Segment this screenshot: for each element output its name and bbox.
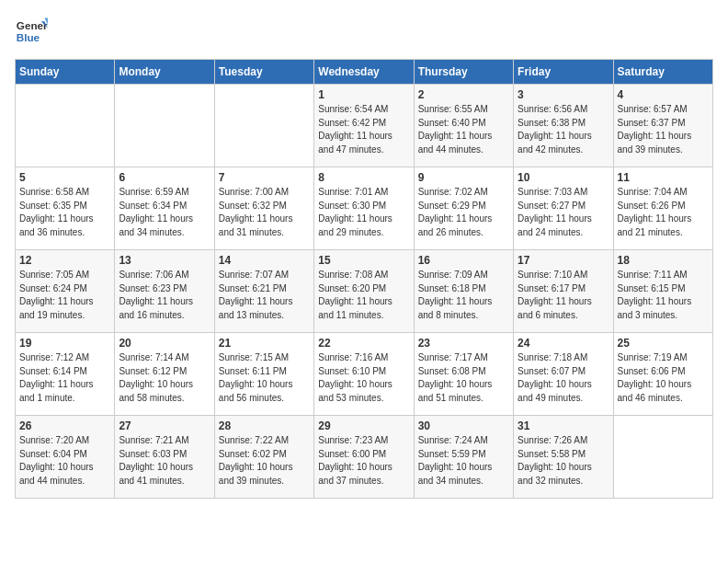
calendar-week-3: 12Sunrise: 7:05 AM Sunset: 6:24 PM Dayli… [16, 250, 713, 333]
calendar-cell: 14Sunrise: 7:07 AM Sunset: 6:21 PM Dayli… [214, 250, 313, 333]
calendar-cell: 5Sunrise: 6:58 AM Sunset: 6:35 PM Daylig… [16, 167, 115, 250]
calendar-cell: 29Sunrise: 7:23 AM Sunset: 6:00 PM Dayli… [314, 416, 414, 499]
calendar-cell: 21Sunrise: 7:15 AM Sunset: 6:11 PM Dayli… [214, 333, 313, 416]
day-info: Sunrise: 7:06 AM Sunset: 6:23 PM Dayligh… [119, 269, 210, 322]
calendar-week-5: 26Sunrise: 7:20 AM Sunset: 6:04 PM Dayli… [16, 416, 713, 499]
day-number: 16 [418, 254, 509, 267]
col-header-tuesday: Tuesday [214, 60, 313, 85]
day-info: Sunrise: 7:02 AM Sunset: 6:29 PM Dayligh… [418, 186, 509, 239]
day-info: Sunrise: 7:26 AM Sunset: 5:58 PM Dayligh… [518, 434, 609, 488]
day-info: Sunrise: 7:10 AM Sunset: 6:17 PM Dayligh… [518, 269, 609, 322]
calendar-cell: 13Sunrise: 7:06 AM Sunset: 6:23 PM Dayli… [115, 250, 214, 333]
calendar-week-1: 1Sunrise: 6:54 AM Sunset: 6:42 PM Daylig… [16, 85, 713, 167]
day-info: Sunrise: 6:58 AM Sunset: 6:35 PM Dayligh… [19, 186, 110, 239]
day-number: 10 [518, 171, 609, 184]
day-number: 31 [518, 419, 609, 432]
day-number: 20 [119, 337, 210, 350]
svg-text:General: General [17, 19, 48, 31]
day-number: 21 [219, 337, 310, 350]
calendar-cell: 24Sunrise: 7:18 AM Sunset: 6:07 PM Dayli… [514, 333, 613, 416]
calendar-cell [613, 416, 712, 499]
calendar-cell: 3Sunrise: 6:56 AM Sunset: 6:38 PM Daylig… [514, 85, 613, 167]
day-info: Sunrise: 7:17 AM Sunset: 6:08 PM Dayligh… [418, 351, 509, 405]
day-info: Sunrise: 7:07 AM Sunset: 6:21 PM Dayligh… [219, 269, 310, 322]
calendar-cell: 2Sunrise: 6:55 AM Sunset: 6:40 PM Daylig… [414, 85, 513, 167]
day-number: 28 [219, 419, 310, 432]
calendar-cell: 23Sunrise: 7:17 AM Sunset: 6:08 PM Dayli… [414, 333, 513, 416]
day-number: 29 [318, 419, 409, 432]
day-number: 30 [418, 419, 509, 432]
calendar-cell: 27Sunrise: 7:21 AM Sunset: 6:03 PM Dayli… [115, 416, 214, 499]
day-info: Sunrise: 7:04 AM Sunset: 6:26 PM Dayligh… [618, 186, 709, 239]
day-info: Sunrise: 7:20 AM Sunset: 6:04 PM Dayligh… [19, 434, 110, 488]
day-number: 24 [518, 337, 609, 350]
calendar-cell: 20Sunrise: 7:14 AM Sunset: 6:12 PM Dayli… [115, 333, 214, 416]
calendar-cell: 25Sunrise: 7:19 AM Sunset: 6:06 PM Dayli… [613, 333, 712, 416]
calendar-week-4: 19Sunrise: 7:12 AM Sunset: 6:14 PM Dayli… [16, 333, 713, 416]
day-info: Sunrise: 7:03 AM Sunset: 6:27 PM Dayligh… [518, 186, 609, 239]
day-info: Sunrise: 7:14 AM Sunset: 6:12 PM Dayligh… [119, 351, 210, 405]
day-info: Sunrise: 7:01 AM Sunset: 6:30 PM Dayligh… [318, 186, 409, 239]
calendar-cell: 19Sunrise: 7:12 AM Sunset: 6:14 PM Dayli… [16, 333, 115, 416]
calendar-cell: 15Sunrise: 7:08 AM Sunset: 6:20 PM Dayli… [314, 250, 414, 333]
day-number: 3 [518, 88, 609, 101]
day-info: Sunrise: 7:05 AM Sunset: 6:24 PM Dayligh… [19, 269, 110, 322]
calendar-cell: 28Sunrise: 7:22 AM Sunset: 6:02 PM Dayli… [214, 416, 313, 499]
day-info: Sunrise: 7:24 AM Sunset: 5:59 PM Dayligh… [418, 434, 509, 488]
svg-text:Blue: Blue [17, 31, 40, 43]
col-header-wednesday: Wednesday [314, 60, 414, 85]
day-number: 11 [618, 171, 709, 184]
calendar-cell: 4Sunrise: 6:57 AM Sunset: 6:37 PM Daylig… [613, 85, 712, 167]
calendar-week-2: 5Sunrise: 6:58 AM Sunset: 6:35 PM Daylig… [16, 167, 713, 250]
day-number: 27 [119, 419, 210, 432]
day-info: Sunrise: 6:54 AM Sunset: 6:42 PM Dayligh… [318, 103, 409, 156]
calendar-cell: 11Sunrise: 7:04 AM Sunset: 6:26 PM Dayli… [613, 167, 712, 250]
calendar-cell: 30Sunrise: 7:24 AM Sunset: 5:59 PM Dayli… [414, 416, 513, 499]
day-info: Sunrise: 6:57 AM Sunset: 6:37 PM Dayligh… [618, 103, 709, 156]
col-header-thursday: Thursday [414, 60, 513, 85]
day-number: 18 [618, 254, 709, 267]
day-info: Sunrise: 7:15 AM Sunset: 6:11 PM Dayligh… [219, 351, 310, 405]
day-number: 25 [618, 337, 709, 350]
day-info: Sunrise: 7:12 AM Sunset: 6:14 PM Dayligh… [19, 351, 110, 405]
page-header: General Blue [15, 15, 713, 48]
day-number: 19 [19, 337, 110, 350]
calendar-cell: 26Sunrise: 7:20 AM Sunset: 6:04 PM Dayli… [16, 416, 115, 499]
calendar-header-row: SundayMondayTuesdayWednesdayThursdayFrid… [16, 60, 713, 85]
logo-icon: General Blue [15, 15, 48, 48]
day-number: 14 [219, 254, 310, 267]
day-number: 22 [318, 337, 409, 350]
day-number: 6 [119, 171, 210, 184]
day-info: Sunrise: 7:18 AM Sunset: 6:07 PM Dayligh… [518, 351, 609, 405]
day-info: Sunrise: 7:11 AM Sunset: 6:15 PM Dayligh… [618, 269, 709, 322]
day-number: 2 [418, 88, 509, 101]
day-info: Sunrise: 7:21 AM Sunset: 6:03 PM Dayligh… [119, 434, 210, 488]
logo: General Blue [15, 15, 48, 48]
day-info: Sunrise: 7:23 AM Sunset: 6:00 PM Dayligh… [318, 434, 409, 488]
day-info: Sunrise: 6:59 AM Sunset: 6:34 PM Dayligh… [119, 186, 210, 239]
calendar-cell [16, 85, 115, 167]
day-number: 15 [318, 254, 409, 267]
day-number: 5 [19, 171, 110, 184]
col-header-friday: Friday [514, 60, 613, 85]
calendar-cell [115, 85, 214, 167]
calendar-cell: 1Sunrise: 6:54 AM Sunset: 6:42 PM Daylig… [314, 85, 414, 167]
calendar-cell: 16Sunrise: 7:09 AM Sunset: 6:18 PM Dayli… [414, 250, 513, 333]
day-number: 26 [19, 419, 110, 432]
calendar-cell: 18Sunrise: 7:11 AM Sunset: 6:15 PM Dayli… [613, 250, 712, 333]
calendar-cell: 17Sunrise: 7:10 AM Sunset: 6:17 PM Dayli… [514, 250, 613, 333]
calendar-cell: 31Sunrise: 7:26 AM Sunset: 5:58 PM Dayli… [514, 416, 613, 499]
day-info: Sunrise: 7:16 AM Sunset: 6:10 PM Dayligh… [318, 351, 409, 405]
day-number: 4 [618, 88, 709, 101]
calendar-table: SundayMondayTuesdayWednesdayThursdayFrid… [15, 59, 713, 499]
day-info: Sunrise: 7:00 AM Sunset: 6:32 PM Dayligh… [219, 186, 310, 239]
calendar-cell: 10Sunrise: 7:03 AM Sunset: 6:27 PM Dayli… [514, 167, 613, 250]
day-number: 9 [418, 171, 509, 184]
day-info: Sunrise: 6:56 AM Sunset: 6:38 PM Dayligh… [518, 103, 609, 156]
day-number: 13 [119, 254, 210, 267]
day-number: 17 [518, 254, 609, 267]
calendar-cell [214, 85, 313, 167]
calendar-cell: 22Sunrise: 7:16 AM Sunset: 6:10 PM Dayli… [314, 333, 414, 416]
day-info: Sunrise: 7:08 AM Sunset: 6:20 PM Dayligh… [318, 269, 409, 322]
col-header-monday: Monday [115, 60, 214, 85]
